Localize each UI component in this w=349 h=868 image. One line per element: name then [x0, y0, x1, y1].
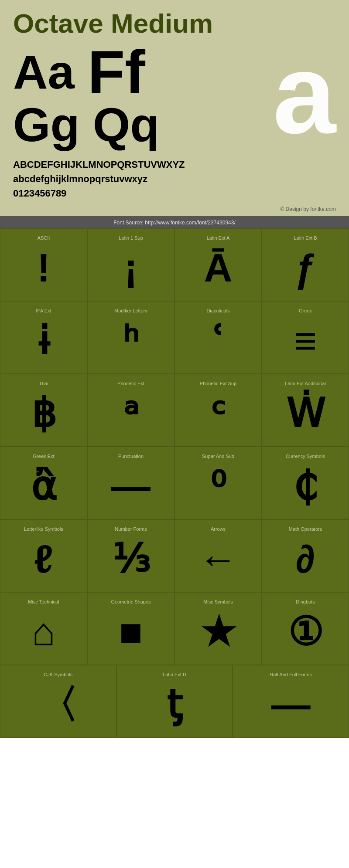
grid-container-bottom: CJK Symbols〈Latin Ext DƫHalf And Full Fo…: [0, 665, 349, 738]
grid-char: ←: [198, 535, 238, 583]
grid-item: Phonetic Extᵃ: [87, 374, 174, 447]
grid-char: ʿ: [212, 317, 224, 365]
grid-item: Latin Ext Dƫ: [116, 665, 233, 738]
char-pair-row-2: Gg Qq: [13, 101, 160, 149]
grid-item: Latin Ext Bƒ: [262, 228, 349, 301]
grid-char: Ā: [204, 244, 233, 292]
grid-label: Dingbats: [296, 599, 315, 604]
grid-char: ᵃ: [123, 390, 139, 437]
credits: © Design by fontke.com: [0, 203, 349, 216]
char-qq: Qq: [93, 101, 160, 149]
grid-label: Latin Ext D: [163, 672, 186, 677]
grid-char: ₵: [293, 462, 318, 510]
font-source-text: Font Source: http://www.fontke.com/font/…: [113, 220, 236, 226]
grid-item: Number Forms⅓: [87, 519, 174, 592]
credits-text: © Design by fontke.com: [280, 206, 336, 212]
grid-char: ἂ: [31, 462, 57, 510]
grid-label: Phonetic Ext Sup: [200, 381, 236, 386]
grid-label: Currency Symbols: [286, 454, 325, 459]
grid-item: Dingbats①: [262, 592, 349, 665]
grid-item: ASCII!: [0, 228, 87, 301]
grid-label: Latin Ext Additional: [285, 381, 326, 386]
grid-item: Letterlike Symbolsℓ: [0, 519, 87, 592]
grid-char: ⁰: [210, 462, 226, 510]
grid-item: IPA Extɨ: [0, 301, 87, 374]
grid-label: Thai: [39, 381, 48, 386]
grid-char: —: [271, 681, 311, 729]
grid-item: Latin 1 Sup¡: [87, 228, 174, 301]
grid-section: ASCII!Latin 1 Sup¡Latin Ext AĀLatin Ext …: [0, 228, 349, 738]
header-section: Octave Medium Aa Ff Gg Qq a: [0, 0, 349, 153]
char-pair-row-1: Aa Ff: [13, 43, 160, 101]
grid-item: Math Operators∂: [262, 519, 349, 592]
grid-item: Misc Technical⌂: [0, 592, 87, 665]
grid-char: ƫ: [167, 681, 182, 729]
grid-char: ①: [288, 608, 323, 656]
grid-label: Misc Technical: [28, 599, 59, 604]
grid-item: Misc Symbols★: [174, 592, 262, 665]
grid-label: Misc Symbols: [203, 599, 233, 604]
grid-char: ★: [201, 608, 236, 656]
grid-label: Greek Ext: [33, 454, 55, 459]
grid-item: Punctuation—: [87, 447, 174, 519]
grid-label: CJK Symbols: [44, 672, 72, 677]
grid-item: Half And Full Forms—: [233, 665, 349, 738]
grid-label: Number Forms: [115, 526, 147, 532]
grid-char: ∂: [296, 535, 315, 583]
specimen-row: Aa Ff Gg Qq a: [13, 43, 336, 149]
grid-item: Greek≡: [262, 301, 349, 374]
grid-label: Latin Ext B: [294, 235, 317, 241]
grid-label: Arrows: [211, 526, 226, 532]
grid-item: Phonetic Ext Supᶜ: [174, 374, 262, 447]
grid-label: Modifier Letters: [114, 308, 147, 313]
grid-char: ⅓: [112, 535, 150, 583]
grid-item: Super And Sub⁰: [174, 447, 262, 519]
grid-label: Super And Sub: [202, 454, 234, 459]
grid-char: ℓ: [34, 535, 53, 583]
alphabet-lower: abcdefghijklmnopqrstuvwxyz: [13, 172, 336, 186]
grid-char: 〈: [38, 681, 78, 729]
grid-label: Letterlike Symbols: [24, 526, 63, 532]
grid-label: Math Operators: [289, 526, 322, 532]
grid-item: Latin Ext AĀ: [174, 228, 262, 301]
grid-label: Geometric Shapes: [111, 599, 151, 604]
grid-label: Punctuation: [118, 454, 144, 459]
specimen-chars: Aa Ff Gg Qq: [13, 43, 160, 149]
grid-label: IPA Ext: [36, 308, 51, 313]
grid-char: ᶜ: [211, 390, 226, 437]
grid-item: Modifier Lettersʰ: [87, 301, 174, 374]
grid-label: Latin 1 Sup: [119, 235, 143, 241]
grid-item: Thai฿: [0, 374, 87, 447]
grid-item: Arrows←: [174, 519, 262, 592]
grid-label: Phonetic Ext: [117, 381, 144, 386]
grid-char: ʰ: [123, 317, 139, 365]
char-gg: Gg: [13, 101, 80, 149]
grid-char: ≡: [294, 317, 317, 365]
grid-char: ■: [119, 608, 143, 656]
grid-char: ¡: [124, 244, 137, 292]
grid-label: Half And Full Forms: [270, 672, 312, 677]
grid-item: CJK Symbols〈: [0, 665, 116, 738]
alphabet-section: ABCDEFGHIJKLMNOPQRSTUVWXYZ abcdefghijklm…: [0, 153, 349, 203]
char-aa: Aa: [13, 48, 75, 96]
char-big-a: a: [273, 43, 336, 145]
grid-char: ɨ: [38, 317, 49, 365]
grid-char: ƒ: [294, 244, 316, 292]
grid-char: ฿: [31, 390, 56, 437]
font-source-bar: Font Source: http://www.fontke.com/font/…: [0, 216, 349, 228]
grid-item: Geometric Shapes■: [87, 592, 174, 665]
grid-char: —: [111, 462, 151, 510]
grid-item: Latin Ext AdditionalẆ: [262, 374, 349, 447]
grid-item: Currency Symbols₵: [262, 447, 349, 519]
alphabet-upper: ABCDEFGHIJKLMNOPQRSTUVWXYZ: [13, 157, 336, 172]
grid-item: Greek Extἂ: [0, 447, 87, 519]
grid-char: !: [37, 244, 50, 292]
grid-char: Ẇ: [286, 390, 325, 437]
grid-label: Greek: [299, 308, 312, 313]
grid-char: ⌂: [32, 608, 55, 656]
grid-label: Latin Ext A: [207, 235, 230, 241]
grid-item: Diacriticalsʿ: [174, 301, 262, 374]
grid-label: Diacriticals: [206, 308, 229, 313]
grid-label: ASCII: [38, 235, 50, 241]
char-ff: Ff: [88, 43, 145, 101]
